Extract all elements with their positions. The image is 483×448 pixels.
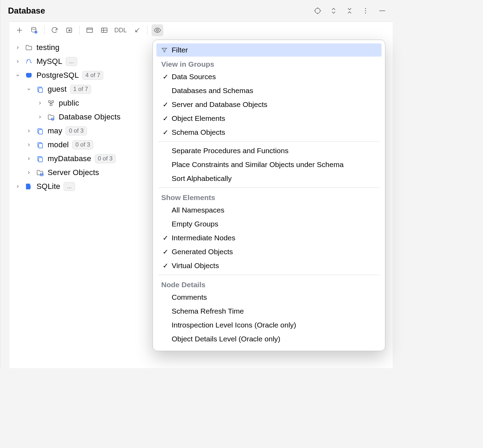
table-button[interactable] <box>98 24 110 36</box>
popup-menu-item[interactable]: Object Details Level (Oracle only) <box>158 332 379 346</box>
tree-item-label: Database Objects <box>59 113 121 122</box>
tree-item-label: Server Objects <box>48 168 99 177</box>
svg-rect-29 <box>50 104 52 106</box>
popup-menu-item-label: Generated Objects <box>172 248 233 256</box>
popup-menu-item-label: Separate Procedures and Functions <box>172 147 288 155</box>
chevron-right-icon[interactable] <box>14 59 21 64</box>
svg-rect-16 <box>68 30 71 31</box>
collapse-icon[interactable] <box>345 7 354 15</box>
popup-menu-item-label: Object Elements <box>172 114 225 123</box>
popup-menu-item[interactable]: Introspection Level Icons (Oracle only) <box>158 318 379 332</box>
popup-separator <box>158 188 379 188</box>
popup-menu-item-label: Sort Alphabetically <box>172 174 232 183</box>
popup-menu-item-label: Object Details Level (Oracle only) <box>172 335 280 343</box>
popup-menu-item-label: Introspection Level Icons (Oracle only) <box>172 321 296 329</box>
filter-icon <box>161 47 167 53</box>
more-vertical-icon[interactable] <box>361 7 370 15</box>
popup-menu-item[interactable]: Schema Refresh Time <box>158 304 379 318</box>
svg-point-6 <box>365 10 366 11</box>
popup-sections: View in Groups✓Data SourcesDatabases and… <box>156 57 382 346</box>
tree-item-badge: 0 of 3 <box>72 140 93 149</box>
svg-rect-17 <box>87 28 93 33</box>
chevron-right-icon[interactable] <box>25 156 32 161</box>
svg-point-24 <box>27 60 28 61</box>
show-options-button[interactable] <box>152 24 163 36</box>
popup-menu-item[interactable]: ✓Server and Database Objects <box>158 98 379 111</box>
popup-menu-item[interactable]: Separate Procedures and Functions <box>158 144 379 158</box>
target-icon[interactable] <box>313 7 322 15</box>
chevron-right-icon[interactable] <box>36 101 43 106</box>
refresh-button[interactable] <box>49 24 60 36</box>
popup-filter-row[interactable]: Filter <box>156 43 382 57</box>
tree-item-label: MySQL <box>36 57 62 66</box>
console-button[interactable] <box>84 24 96 36</box>
popup-menu-item[interactable]: ✓Virtual Objects <box>158 259 379 273</box>
popup-menu-item-label: Server and Database Objects <box>172 100 267 109</box>
check-icon: ✓ <box>161 114 170 123</box>
popup-menu-item-label: Comments <box>172 293 207 301</box>
chevron-down-icon[interactable] <box>14 73 21 78</box>
header-actions <box>313 7 387 15</box>
jump-to-source-button[interactable] <box>131 24 143 36</box>
tree-item-label: model <box>48 140 69 149</box>
toolbar: DDL <box>9 22 393 39</box>
popup-menu-item[interactable]: Comments <box>158 290 379 304</box>
svg-point-11 <box>32 27 36 30</box>
popup-menu-item[interactable]: ✓Intermediate Nodes <box>158 231 379 245</box>
check-icon: ✓ <box>161 128 170 136</box>
popup-menu-item-label: Data Sources <box>172 73 216 81</box>
sqlite-icon <box>25 182 33 191</box>
datasource-properties-button[interactable] <box>28 24 40 36</box>
db-icon <box>36 141 44 149</box>
popup-menu-item[interactable]: Empty Groups <box>158 217 379 231</box>
popup-section-title: Show Elements <box>158 190 379 203</box>
svg-point-23 <box>156 29 158 31</box>
popup-menu-item[interactable]: ✓Generated Objects <box>158 245 379 259</box>
tree-item-badge: 0 of 3 <box>95 154 116 163</box>
chevron-right-icon[interactable] <box>14 184 21 189</box>
tree-item-label: guest <box>48 85 67 94</box>
chevron-right-icon[interactable] <box>14 45 21 50</box>
tool-window-header: Database <box>0 0 393 22</box>
chevron-right-icon[interactable] <box>25 170 32 175</box>
chevron-right-icon[interactable] <box>25 128 32 133</box>
popup-menu-item[interactable]: ✓Object Elements <box>158 111 379 125</box>
tree-item-badge: 0 of 3 <box>66 126 87 135</box>
minimize-icon[interactable] <box>377 7 387 15</box>
add-button[interactable] <box>14 24 25 36</box>
db-icon <box>36 85 44 93</box>
svg-rect-26 <box>39 88 42 92</box>
svg-rect-36 <box>39 143 42 148</box>
popup-section: Separate Procedures and FunctionsPlace C… <box>156 144 382 185</box>
database-tool-window: Database <box>0 0 393 368</box>
popup-section: Node DetailsCommentsSchema Refresh TimeI… <box>156 277 382 346</box>
chevron-right-icon[interactable] <box>25 142 32 147</box>
popup-menu-item[interactable]: ✓Data Sources <box>158 70 379 84</box>
popup-filter-label: Filter <box>172 46 188 54</box>
tree-item-badge: 1 of 7 <box>70 85 91 94</box>
stop-button[interactable] <box>63 24 75 36</box>
postgres-icon <box>25 71 33 80</box>
ddl-button[interactable]: DDL <box>113 27 128 34</box>
tree-item-badge: 4 of 7 <box>82 71 104 80</box>
tree-item-label: may <box>48 126 62 135</box>
popup-section-title: View in Groups <box>158 57 379 70</box>
popup-menu-item[interactable]: All Namespaces <box>158 203 379 217</box>
expand-icon[interactable] <box>329 7 338 15</box>
tree-item-label: testing <box>36 43 59 52</box>
popup-menu-item[interactable]: ✓Schema Objects <box>158 125 379 139</box>
svg-point-7 <box>365 13 366 14</box>
chevron-down-icon[interactable] <box>25 87 32 92</box>
svg-rect-34 <box>39 130 42 134</box>
popup-menu-item[interactable]: Databases and Schemas <box>158 84 379 98</box>
popup-menu-item-label: Intermediate Nodes <box>172 234 235 242</box>
check-icon: ✓ <box>161 248 170 256</box>
chevron-right-icon[interactable] <box>36 115 43 119</box>
popup-menu-item-label: Schema Objects <box>172 128 225 136</box>
popup-menu-item[interactable]: Sort Alphabetically <box>158 172 379 185</box>
db-icon <box>36 127 44 135</box>
tree-item-label: PostgreSQL <box>36 71 79 80</box>
popup-menu-item[interactable]: Place Constraints and Similar Objects un… <box>158 158 379 172</box>
folder-icon <box>25 43 33 52</box>
check-icon: ✓ <box>161 234 170 242</box>
